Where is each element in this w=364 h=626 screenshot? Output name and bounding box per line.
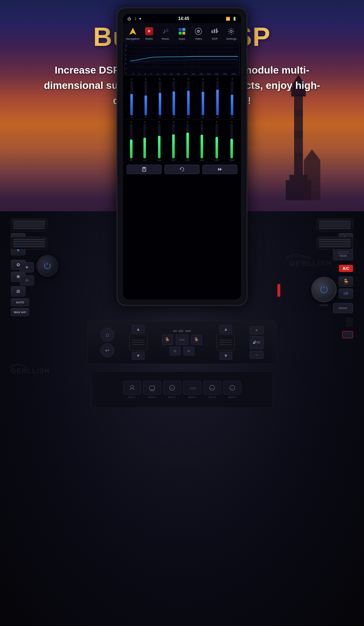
- defrost-btn[interactable]: ⊠: [11, 286, 25, 296]
- temp-up-right[interactable]: ▲: [219, 325, 232, 333]
- vent-slat-b5: [13, 246, 45, 247]
- nav-item-settings[interactable]: Settings: [224, 26, 238, 40]
- r-vent-slat-b3: [319, 243, 351, 244]
- auto-btn[interactable]: AUTO: [11, 298, 29, 306]
- seat-cool-icon[interactable]: Off: [339, 288, 353, 299]
- nav-item-radio[interactable]: R Radio: [142, 26, 156, 40]
- fan-btn-1[interactable]: ✦: [20, 262, 34, 272]
- svg-rect-4: [294, 109, 303, 117]
- nav-item-navigation[interactable]: Navigation: [126, 26, 140, 40]
- seat-heat-icon[interactable]: 🪑: [339, 276, 353, 287]
- vol-down-btn[interactable]: -: [250, 351, 264, 359]
- r-vent-slat-5: [319, 228, 351, 229]
- nav-item-video[interactable]: Video: [191, 26, 205, 40]
- eq-slider-200[interactable]: 0 200: [201, 78, 204, 118]
- defrost-front[interactable]: ❄: [170, 347, 181, 355]
- eq-sliders-row1: 0 20 0 31 0 50 0: [123, 76, 241, 119]
- moon-icon: ☽: [133, 17, 136, 21]
- aux4-icon[interactable]: AUX: [183, 381, 201, 395]
- status-icons-left: ⏻ ☽ ✦: [127, 17, 142, 21]
- right-seat-group: 🪑 Off: [339, 276, 353, 299]
- aux-item-1: AUX 1: [123, 381, 141, 398]
- svg-marker-11: [130, 28, 136, 35]
- eq-slider-20000[interactable]: 0 20000: [229, 121, 234, 161]
- svg-text:GERLLISH: GERLLISH: [11, 367, 50, 375]
- temp-up-left[interactable]: ▲: [132, 325, 145, 333]
- seat-icon-left[interactable]: 🪑: [162, 335, 173, 345]
- vent-slat-4: [13, 226, 45, 227]
- left-mode-controls: ⊠ AUTO MAX A/C: [11, 286, 29, 316]
- aux2-label: AUX 2: [148, 396, 155, 398]
- right-spacer: [346, 318, 353, 327]
- eq-slider-8000[interactable]: 0 8000: [200, 121, 204, 161]
- vent-slat-b4: [13, 244, 45, 245]
- wifi-icon: 📶: [226, 17, 230, 21]
- temp-down-left[interactable]: ▼: [132, 352, 145, 360]
- r-vent-slat-4: [319, 226, 351, 227]
- nav-label-settings: Settings: [226, 37, 237, 40]
- left-power-knob[interactable]: [36, 255, 58, 277]
- eq-bottom-buttons: [123, 162, 241, 176]
- off-btn[interactable]: OFF: [176, 335, 188, 345]
- seat-icon-right[interactable]: 🪑: [191, 335, 202, 345]
- eq-slider-50[interactable]: 0 50: [159, 78, 161, 118]
- r-vent-slat-3: [319, 224, 351, 225]
- vol-up-btn[interactable]: +: [250, 326, 264, 334]
- vent-slat-b2: [13, 241, 45, 242]
- nav-label-apps: Apps: [179, 37, 185, 40]
- seat-icons-row: 🪑 OFF 🪑: [162, 335, 202, 345]
- nav-item-dsp[interactable]: DSP: [208, 26, 222, 40]
- eq-slider-125[interactable]: 0 125: [187, 78, 190, 118]
- nav-item-apps[interactable]: Apps: [175, 26, 189, 40]
- right-power-knob[interactable]: [311, 277, 337, 302]
- eq-slider-20[interactable]: 0 20: [130, 78, 133, 118]
- r-vent-slat-b5: [319, 246, 351, 247]
- vol-display: 🔊10: [250, 336, 264, 349]
- back-btn[interactable]: ↩: [100, 343, 114, 357]
- eq-save-button[interactable]: [127, 165, 162, 174]
- fan-speed-row: ≡≡ A/C ≡≡≡: [173, 329, 191, 333]
- vent-slat-5: [13, 228, 45, 229]
- eq-chart-area: 10864321: [124, 43, 240, 75]
- svg-marker-10: [304, 149, 320, 160]
- nav-label-video: Video: [195, 37, 202, 40]
- nav-item-music[interactable]: ♪ ♫ Music: [159, 26, 173, 40]
- eq-slider-500[interactable]: 0 500: [231, 78, 234, 118]
- eq-slider-3150[interactable]: 0 3150: [171, 121, 175, 161]
- aux3-icon[interactable]: Pfr: [163, 381, 181, 395]
- r-vent-slat-b4: [319, 244, 351, 245]
- aux6-icon[interactable]: Prk: [223, 381, 241, 395]
- eq-slider-80[interactable]: 0 80: [173, 78, 175, 118]
- home-btn[interactable]: ⌂: [100, 328, 114, 342]
- svg-rect-49: [150, 386, 155, 390]
- right-vent-bottom: [317, 237, 353, 249]
- eq-reset-button[interactable]: [165, 165, 199, 174]
- eq-slider-12500[interactable]: 0 12500: [214, 121, 219, 161]
- apps-icon: [177, 26, 187, 36]
- aux-item-3: Pfr AUX 3: [163, 381, 181, 398]
- defrost-row: ❄ ❄: [170, 347, 194, 355]
- max-ac-btn[interactable]: MAX A/C: [11, 308, 29, 316]
- aux1-icon[interactable]: [123, 381, 141, 395]
- fan-btn-2[interactable]: ✧: [20, 275, 34, 286]
- temp-bar-r1: [219, 340, 232, 340]
- home-controls: ⌂ ↩: [100, 328, 114, 357]
- svg-rect-15: [182, 28, 185, 31]
- aux-item-4: AUX AUX 4: [183, 381, 201, 398]
- eq-slider-31[interactable]: 0 31: [145, 78, 147, 118]
- eq-slider-1250[interactable]: 0 1250: [143, 121, 147, 161]
- eq-next-button[interactable]: [202, 165, 237, 174]
- eq-slider-800[interactable]: 0 800: [130, 121, 132, 161]
- left-fan-icon-group: ✦ ✧: [20, 262, 34, 286]
- status-icons-right: 📶 🔋: [226, 17, 237, 21]
- eq-slider-315[interactable]: 0 315: [216, 78, 219, 118]
- nav-label-dsp: DSP: [212, 37, 218, 40]
- temp-down-right[interactable]: ▼: [219, 352, 232, 360]
- defrost-rear[interactable]: ❄: [183, 347, 194, 355]
- svg-rect-6: [294, 153, 303, 160]
- eq-slider-5000[interactable]: 0 5000: [186, 121, 190, 161]
- eq-slider-2000[interactable]: 0 2000: [157, 121, 161, 161]
- temp-bar2: [132, 342, 145, 343]
- aux2-icon[interactable]: [143, 381, 161, 395]
- aux5-icon[interactable]: Prk: [203, 381, 221, 395]
